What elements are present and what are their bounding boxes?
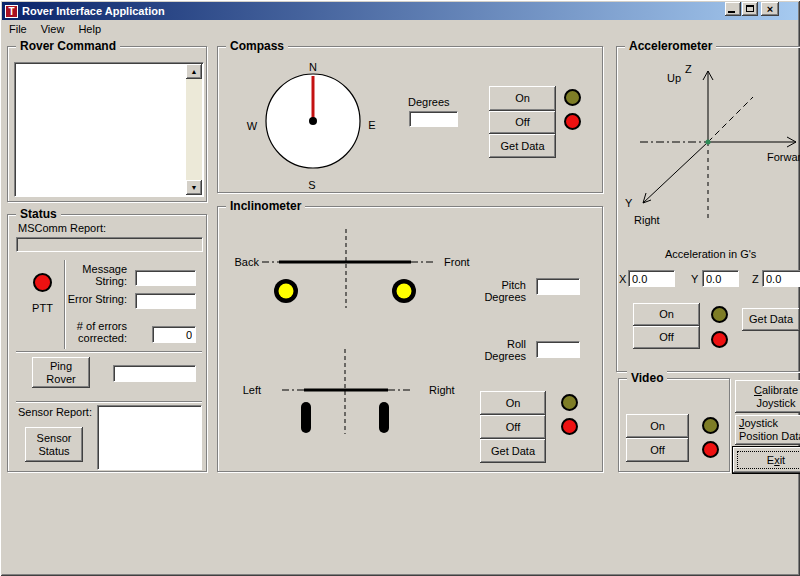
sensor-status-button[interactable]: Sensor Status: [25, 427, 83, 462]
accel-z-input[interactable]: [762, 270, 800, 287]
app-window: T Rover Interface Application × File Vie…: [0, 0, 800, 576]
ptt-label: PTT: [30, 302, 55, 314]
compass-on-led: [564, 89, 581, 106]
app-icon: T: [5, 5, 18, 18]
pitch-wheel-right-core: [397, 284, 412, 299]
roll-degrees-input[interactable]: [536, 341, 580, 358]
inclinometer-get-data-button[interactable]: Get Data: [480, 439, 546, 463]
video-off-led: [702, 441, 719, 458]
accelerometer-get-data-button[interactable]: Get Data: [742, 308, 800, 331]
compass-degrees-input[interactable]: [409, 111, 458, 127]
y-axis-line: [643, 142, 708, 203]
inclinometer-group: Inclinometer Back Front Left Right Pitch…: [217, 206, 603, 472]
compass-on-button[interactable]: On: [489, 86, 556, 111]
rover-command-title: Rover Command: [16, 39, 120, 53]
calibrate-joystick-button[interactable]: Calibrate Joystick: [735, 380, 800, 413]
forward-axis-label: Forward: [767, 151, 800, 163]
roll-wheel-left-icon: [301, 402, 311, 433]
errors-corrected-label: # of errors corrected:: [77, 320, 127, 344]
accelerometer-on-led: [711, 306, 728, 323]
accel-y-input[interactable]: [702, 270, 739, 287]
accelerometer-off-led: [711, 331, 728, 348]
menu-file[interactable]: File: [2, 21, 34, 37]
mscomm-report-field[interactable]: [16, 237, 203, 252]
scroll-down-icon: ▼: [191, 184, 198, 191]
compass-east-label: E: [368, 119, 375, 131]
accelerometer-axes-diagram: Up Z Forward Y Right: [622, 57, 800, 237]
accel-x-input[interactable]: [628, 270, 675, 287]
left-label: Left: [243, 384, 261, 396]
accelerometer-on-button[interactable]: On: [633, 303, 700, 326]
status-title: Status: [16, 207, 61, 221]
y-axis-label: Y: [625, 197, 633, 209]
window-title: Rover Interface Application: [22, 5, 165, 17]
accel-z-label: Z: [752, 273, 759, 285]
video-off-button[interactable]: Off: [626, 438, 689, 462]
roll-degrees-label: Roll Degrees: [484, 338, 526, 362]
restore-icon: [746, 5, 754, 12]
accelerometer-off-button[interactable]: Off: [633, 326, 700, 349]
close-button[interactable]: ×: [761, 2, 779, 16]
origin-dot: [706, 140, 711, 145]
compass-off-led: [564, 113, 581, 130]
pitch-degrees-input[interactable]: [536, 278, 580, 295]
inclinometer-title: Inclinometer: [226, 199, 305, 213]
rover-command-scrollbar[interactable]: ▲ ▼: [186, 64, 202, 195]
inclinometer-diagram: Back Front Left Right: [228, 221, 498, 466]
rover-command-textbox[interactable]: ▲ ▼: [14, 62, 204, 197]
pitch-degrees-label: Pitch Degrees: [484, 279, 526, 303]
ping-rover-button[interactable]: Ping Rover: [32, 357, 90, 388]
video-on-led: [702, 417, 719, 434]
compass-title: Compass: [226, 39, 288, 53]
scroll-down-button[interactable]: ▼: [186, 180, 202, 195]
error-string-label: Error String:: [68, 293, 127, 305]
scroll-up-icon: ▲: [191, 68, 198, 75]
exit-focus-rect: [737, 451, 800, 469]
menu-help[interactable]: Help: [71, 21, 108, 37]
mscomm-report-label: MSComm Report:: [18, 222, 106, 234]
errors-corrected-input[interactable]: [152, 326, 196, 343]
compass-get-data-button[interactable]: Get Data: [489, 134, 556, 158]
restore-button[interactable]: [742, 2, 758, 16]
compass-off-button[interactable]: Off: [489, 111, 556, 134]
video-title: Video: [627, 371, 667, 385]
up-axis-label: Up: [667, 72, 681, 84]
inclinometer-off-button[interactable]: Off: [480, 415, 546, 439]
message-string-input[interactable]: [135, 270, 196, 286]
ptt-led: [33, 273, 52, 292]
joystick-position-data-button[interactable]: Joystick Position Data: [735, 415, 800, 445]
status-divider-2: [16, 401, 202, 403]
accelerometer-title: Accelerometer: [625, 39, 716, 53]
inclinometer-off-led: [561, 418, 578, 435]
minimize-button[interactable]: [725, 2, 741, 16]
pitch-wheel-left-core: [279, 284, 294, 299]
compass-dial: N S W E: [243, 55, 393, 195]
z-axis-label: Z: [685, 63, 692, 75]
status-divider-1: [16, 351, 202, 353]
exit-button[interactable]: Exit: [732, 446, 800, 474]
right-axis-label: Right: [634, 214, 660, 226]
video-group: Video On Off: [618, 378, 730, 472]
minimize-icon: [728, 11, 735, 13]
menu-view[interactable]: View: [34, 21, 72, 37]
menu-bar: File View Help: [2, 20, 798, 38]
title-bar[interactable]: T Rover Interface Application: [2, 2, 798, 20]
accel-y-label: Y: [691, 273, 698, 285]
right-label: Right: [429, 384, 455, 396]
ping-rover-field[interactable]: [113, 365, 196, 382]
window-controls: ×: [724, 2, 779, 16]
inclinometer-on-button[interactable]: On: [480, 391, 546, 415]
accel-x-label: X: [619, 273, 626, 285]
video-on-button[interactable]: On: [626, 414, 689, 438]
scroll-up-button[interactable]: ▲: [186, 64, 202, 79]
front-label: Front: [444, 256, 470, 268]
axis-dash-diagonal: [708, 97, 753, 142]
accelerometer-group: Accelerometer Up Z Forward Y Right Accel…: [616, 46, 800, 372]
compass-north-label: N: [309, 61, 317, 73]
compass-degrees-label: Degrees: [408, 96, 450, 108]
error-string-input[interactable]: [135, 293, 196, 309]
status-divider-vertical: [64, 260, 66, 349]
message-string-label: Message String:: [82, 263, 127, 287]
compass-group: Compass N S W E Degrees On Off Get Data: [217, 46, 603, 193]
back-label: Back: [235, 256, 260, 268]
